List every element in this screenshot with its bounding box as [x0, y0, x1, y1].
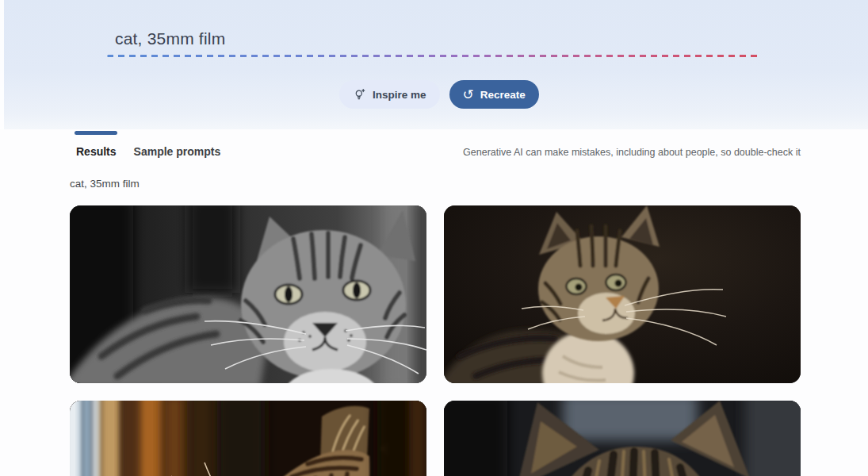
lightbulb-sparkle-icon — [353, 88, 366, 102]
result-image-3[interactable] — [70, 401, 426, 476]
prompt-input[interactable]: cat, 35mm film — [115, 29, 225, 48]
recreate-button[interactable]: ↺ Recreate — [449, 80, 539, 109]
results-prompt-label: cat, 35mm film — [70, 178, 140, 190]
prompt-hero: cat, 35mm film Inspire me ↺ Recreate — [0, 0, 868, 129]
ai-disclaimer-text: Generative AI can make mistakes, includi… — [463, 147, 801, 158]
tab-results[interactable]: Results — [76, 145, 117, 158]
result-image-2[interactable] — [444, 205, 801, 383]
left-edge-strip — [0, 0, 4, 129]
tab-sample-prompts[interactable]: Sample prompts — [134, 145, 221, 158]
result-image-4[interactable] — [444, 401, 801, 476]
recreate-label: Recreate — [480, 89, 526, 101]
undo-arrow-icon: ↺ — [463, 88, 474, 102]
active-tab-indicator — [75, 131, 117, 135]
imagefx-results-page: cat, 35mm film Inspire me ↺ Recreate — [0, 0, 868, 476]
inspire-me-button[interactable]: Inspire me — [339, 80, 440, 109]
result-image-1[interactable] — [70, 205, 426, 383]
prompt-dashed-underline — [107, 55, 759, 57]
inspire-me-label: Inspire me — [373, 89, 426, 101]
tab-bar: Results Sample prompts — [76, 145, 220, 158]
results-grid — [70, 205, 801, 476]
hero-buttons: Inspire me ↺ Recreate — [339, 80, 539, 109]
